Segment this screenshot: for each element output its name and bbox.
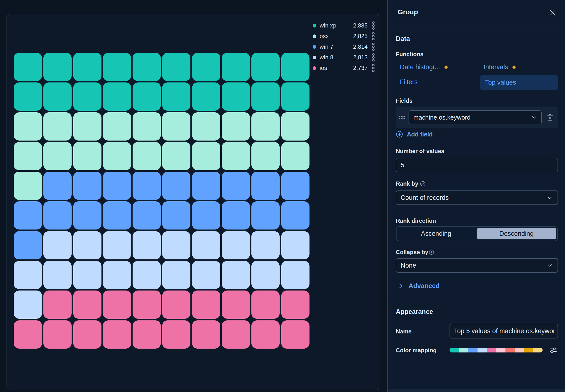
waffle-tile[interactable] bbox=[133, 83, 161, 111]
waffle-tile[interactable] bbox=[251, 261, 280, 289]
waffle-tile[interactable] bbox=[133, 231, 161, 259]
waffle-tile[interactable] bbox=[162, 231, 191, 259]
waffle-tile[interactable] bbox=[14, 83, 42, 111]
waffle-tile[interactable] bbox=[281, 172, 309, 200]
waffle-tile[interactable] bbox=[14, 291, 42, 319]
waffle-tile[interactable] bbox=[14, 201, 42, 229]
waffle-tile[interactable] bbox=[162, 261, 191, 289]
waffle-tile[interactable] bbox=[192, 231, 220, 259]
descending-button[interactable]: Descending bbox=[477, 228, 556, 239]
waffle-tile[interactable] bbox=[43, 261, 72, 289]
waffle-tile[interactable] bbox=[133, 172, 161, 200]
waffle-tile[interactable] bbox=[103, 142, 131, 170]
trash-icon[interactable] bbox=[546, 113, 554, 121]
name-input[interactable] bbox=[450, 324, 558, 338]
legend-more-icon[interactable] bbox=[372, 31, 375, 41]
waffle-tile[interactable] bbox=[73, 291, 101, 319]
waffle-tile[interactable] bbox=[14, 112, 42, 140]
waffle-tile[interactable] bbox=[222, 201, 250, 229]
waffle-tile[interactable] bbox=[281, 53, 309, 81]
waffle-tile[interactable] bbox=[73, 201, 101, 229]
waffle-tile[interactable] bbox=[162, 201, 191, 229]
waffle-tile[interactable] bbox=[192, 291, 220, 319]
waffle-tile[interactable] bbox=[43, 172, 72, 200]
waffle-tile[interactable] bbox=[192, 53, 220, 81]
waffle-tile[interactable] bbox=[133, 142, 161, 170]
collapse-by-select[interactable]: None bbox=[396, 258, 558, 273]
ascending-button[interactable]: Ascending bbox=[397, 227, 476, 241]
rank-by-select[interactable]: Count of records bbox=[396, 190, 558, 205]
waffle-tile[interactable] bbox=[73, 112, 101, 140]
waffle-tile[interactable] bbox=[43, 83, 72, 111]
waffle-tile[interactable] bbox=[222, 53, 250, 81]
waffle-tile[interactable] bbox=[73, 231, 101, 259]
legend-item[interactable]: win 7 2,814 bbox=[313, 42, 375, 52]
add-field-button[interactable]: Add field bbox=[396, 130, 433, 138]
waffle-tile[interactable] bbox=[14, 53, 42, 81]
waffle-tile[interactable] bbox=[43, 201, 72, 229]
legend-item[interactable]: ios 2,737 bbox=[313, 63, 375, 73]
waffle-tile[interactable] bbox=[222, 320, 250, 349]
waffle-tile[interactable] bbox=[133, 201, 161, 229]
waffle-tile[interactable] bbox=[14, 142, 42, 170]
waffle-tile[interactable] bbox=[43, 53, 72, 81]
drag-handle-icon[interactable] bbox=[399, 116, 405, 119]
waffle-tile[interactable] bbox=[73, 261, 101, 289]
help-icon[interactable]: ? bbox=[429, 250, 434, 255]
waffle-tile[interactable] bbox=[251, 291, 280, 319]
waffle-tile[interactable] bbox=[222, 112, 250, 140]
waffle-tile[interactable] bbox=[162, 112, 191, 140]
waffle-tile[interactable] bbox=[192, 83, 220, 111]
waffle-tile[interactable] bbox=[222, 172, 250, 200]
waffle-tile[interactable] bbox=[192, 320, 220, 349]
waffle-tile[interactable] bbox=[43, 142, 72, 170]
legend-more-icon[interactable] bbox=[372, 53, 375, 62]
waffle-tile[interactable] bbox=[251, 112, 280, 140]
waffle-tile[interactable] bbox=[73, 142, 101, 170]
waffle-tile[interactable] bbox=[251, 53, 280, 81]
waffle-tile[interactable] bbox=[162, 320, 191, 349]
waffle-tile[interactable] bbox=[281, 231, 309, 259]
waffle-tile[interactable] bbox=[43, 291, 72, 319]
waffle-tile[interactable] bbox=[103, 83, 131, 111]
function-date-histogram[interactable]: Date histogr... bbox=[400, 63, 448, 71]
waffle-tile[interactable] bbox=[14, 320, 42, 349]
waffle-tile[interactable] bbox=[251, 231, 280, 259]
waffle-tile[interactable] bbox=[14, 231, 42, 259]
waffle-tile[interactable] bbox=[162, 53, 191, 81]
waffle-tile[interactable] bbox=[162, 142, 191, 170]
waffle-tile[interactable] bbox=[133, 261, 161, 289]
waffle-tile[interactable] bbox=[133, 291, 161, 319]
waffle-tile[interactable] bbox=[103, 320, 131, 349]
waffle-tile[interactable] bbox=[14, 172, 42, 200]
waffle-tile[interactable] bbox=[43, 231, 72, 259]
waffle-tile[interactable] bbox=[133, 320, 161, 349]
function-intervals[interactable]: Intervals bbox=[483, 63, 516, 71]
waffle-tile[interactable] bbox=[162, 172, 191, 200]
waffle-tile[interactable] bbox=[103, 172, 131, 200]
close-icon[interactable] bbox=[549, 9, 557, 17]
waffle-tile[interactable] bbox=[162, 83, 191, 111]
waffle-tile[interactable] bbox=[281, 112, 309, 140]
waffle-tile[interactable] bbox=[281, 201, 309, 229]
waffle-tile[interactable] bbox=[222, 83, 250, 111]
waffle-tile[interactable] bbox=[192, 142, 220, 170]
waffle-tile[interactable] bbox=[73, 53, 101, 81]
waffle-tile[interactable] bbox=[281, 142, 309, 170]
legend-more-icon[interactable] bbox=[372, 21, 375, 30]
field-combobox[interactable]: machine.os.keyword bbox=[409, 111, 542, 124]
waffle-tile[interactable] bbox=[251, 83, 280, 111]
waffle-tile[interactable] bbox=[103, 231, 131, 259]
waffle-tile[interactable] bbox=[222, 142, 250, 170]
legend-more-icon[interactable] bbox=[372, 63, 375, 73]
advanced-accordion[interactable]: Advanced bbox=[398, 281, 440, 290]
waffle-tile[interactable] bbox=[43, 112, 72, 140]
waffle-tile[interactable] bbox=[222, 261, 250, 289]
legend-item[interactable]: osx 2,825 bbox=[313, 31, 375, 42]
legend-item[interactable]: win xp 2,885 bbox=[313, 20, 375, 31]
waffle-tile[interactable] bbox=[43, 320, 72, 349]
waffle-tile[interactable] bbox=[14, 261, 42, 289]
waffle-tile[interactable] bbox=[281, 291, 309, 319]
waffle-tile[interactable] bbox=[192, 172, 220, 200]
waffle-tile[interactable] bbox=[133, 112, 161, 140]
